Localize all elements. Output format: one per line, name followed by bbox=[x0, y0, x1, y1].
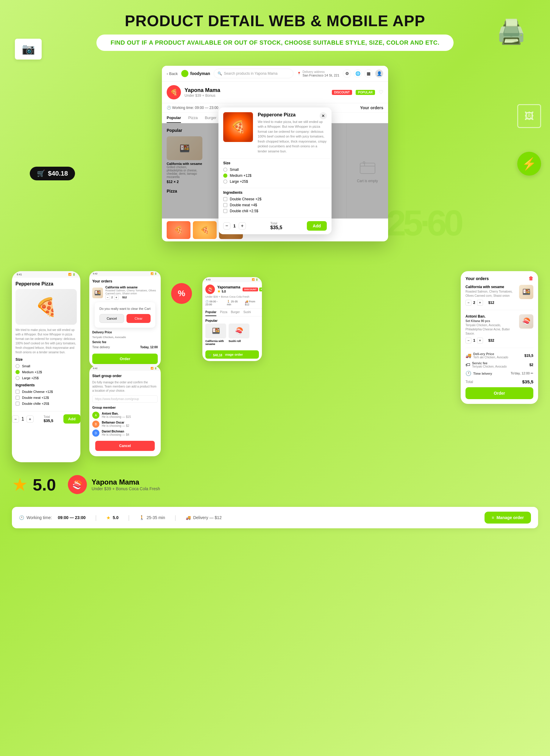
restaurant-card-logo: 🍣 bbox=[68, 475, 87, 494]
panel-qty-minus-1[interactable]: − bbox=[465, 300, 471, 306]
panel-qty-plus-1[interactable]: + bbox=[477, 300, 483, 306]
yapona-product-card-2[interactable]: 🍣 Sushi roll bbox=[229, 324, 249, 346]
phone-qty-minus[interactable]: − bbox=[12, 416, 19, 423]
yapona-cart-badge[interactable]: 🛒 $40,18 bbox=[205, 352, 225, 358]
phone-add-btn[interactable]: Add bbox=[63, 414, 80, 424]
delivery-icon: 🚚 bbox=[465, 353, 471, 358]
printer-icon: 🖨️ bbox=[496, 18, 526, 46]
yapona-product-card[interactable]: 🍱 California with sesame bbox=[205, 324, 226, 346]
phone-size-small[interactable]: Small bbox=[15, 364, 77, 368]
total-label: Total bbox=[465, 380, 473, 384]
phone-qty-plus[interactable]: + bbox=[26, 416, 34, 423]
tab-burger[interactable]: Burger bbox=[205, 113, 216, 123]
size-large[interactable]: Large +25$ bbox=[223, 179, 327, 184]
ingredient-double-meat[interactable]: Double meat +4$ bbox=[223, 203, 327, 207]
globe-icon[interactable]: 🌐 bbox=[354, 69, 362, 78]
working-time-info: 🕐 Working time: 09:00 — 23:00 bbox=[19, 515, 86, 520]
phone-size-large[interactable]: Large +25$ bbox=[15, 376, 77, 380]
panel-item-desc-1: Roasted Salmon, Cherry Tomatoes, Olives … bbox=[465, 290, 516, 298]
size-medium[interactable]: Medium +12$ bbox=[223, 174, 327, 178]
restaurant-logo: 🍕 bbox=[167, 85, 181, 99]
phone-size-medium[interactable]: Medium +12$ bbox=[15, 370, 77, 374]
panel-item-california: California with sesame Roasted Salmon, C… bbox=[465, 285, 533, 310]
delivery-price-label: Delivery Price bbox=[92, 331, 112, 334]
heart-icon[interactable]: ♡ bbox=[379, 89, 383, 96]
confirm-clear-button[interactable]: Clear bbox=[126, 314, 151, 323]
web-app-mockup: ‹ Back foodyman 🔍 Search products in Yap… bbox=[162, 66, 388, 241]
panel-item-img-2: 🍣 bbox=[519, 314, 533, 329]
group-member-1: A Antoni Ban. He is choosing — $15 bbox=[92, 412, 158, 419]
phone-total-amount: $35,5 bbox=[44, 418, 54, 423]
mobile-order-button[interactable]: Order bbox=[92, 354, 158, 364]
group-cancel-button[interactable]: Cancel bbox=[95, 441, 155, 451]
order-qty-minus[interactable]: − bbox=[105, 295, 110, 300]
orders-title: Your orders bbox=[92, 279, 158, 283]
cancel-clear-button[interactable]: Cancel bbox=[99, 314, 124, 323]
phone-ingredient-cheese[interactable]: Double Cheese +12$ bbox=[15, 390, 77, 394]
camera-icon: 📷 bbox=[15, 39, 42, 60]
bottom-info-bar: 🕐 Working time: 09:00 — 23:00 | ★ 5.0 | … bbox=[12, 507, 538, 528]
rating-section: ★ 5.0 bbox=[12, 474, 56, 495]
group-url-input[interactable]: https://www.foodyman.com/group bbox=[92, 395, 158, 403]
search-bar[interactable]: 🔍 Search products in Yapona Mama bbox=[214, 69, 293, 78]
phone-ingredient-chili[interactable]: Double chille +25$ bbox=[15, 402, 77, 406]
mobile-orders-phone: 9:42 📶 🔋 Your orders 🍱 California with s… bbox=[89, 271, 161, 367]
grid-icon[interactable]: ▦ bbox=[364, 69, 373, 78]
avatar[interactable]: 👤 bbox=[375, 69, 383, 78]
tab-pizza[interactable]: Pizza bbox=[188, 113, 198, 123]
yapona-phone: 9:43 📶 🔋 🍣 Yaponamama ★ 5.0 DISCOUNT POP… bbox=[202, 277, 262, 361]
restaurant-name: Yapona Mama bbox=[185, 87, 328, 93]
product-modal: 🍕 Pepperone Pizza We tried to make pizza… bbox=[218, 107, 332, 235]
modal-close-button[interactable]: ✕ bbox=[320, 112, 327, 119]
order-item-name: California with sesame bbox=[105, 286, 158, 289]
ingredient-double-cheese[interactable]: Double Cheese +2$ bbox=[223, 197, 327, 201]
panel-item-kitana: Antoni Ban. Set Kitana 90 pcs Teriyaki C… bbox=[465, 314, 533, 348]
order-qty-plus[interactable]: + bbox=[114, 295, 119, 300]
qty-minus-button[interactable]: − bbox=[223, 222, 230, 229]
page-title: PRODUCT DETAIL WEB & MOBILE APP bbox=[6, 12, 544, 30]
group-order-title: Start group order bbox=[92, 374, 158, 378]
panel-sub-item-desc: Teriyaki Chicken, Avocado, Philadelphia … bbox=[465, 323, 516, 336]
qty-plus-button[interactable]: + bbox=[239, 222, 246, 229]
phone-footer: − 1 + Total $35,5 Add bbox=[12, 411, 80, 427]
manage-order-bottom-btn[interactable]: ≡ Manage order bbox=[485, 512, 531, 524]
settings-icon[interactable]: ⚙ bbox=[343, 69, 351, 78]
mobile-section: 9:41 📶 🔋 Pepperone Pizza 🍕 We tried to m… bbox=[0, 271, 550, 462]
size-small[interactable]: Small bbox=[223, 168, 327, 172]
yapona-tab-burger[interactable]: Burger bbox=[231, 309, 240, 316]
group-order-desc: Do fully manage the order and confirm th… bbox=[92, 380, 158, 393]
service-fee-icon: 🏷 bbox=[465, 362, 470, 368]
page-header: PRODUCT DETAIL WEB & MOBILE APP FIND OUT… bbox=[0, 0, 550, 57]
phone-product-desc: We tried to make pizza, but we still end… bbox=[15, 328, 77, 354]
nav-bar: ‹ Back foodyman 🔍 Search products in Yap… bbox=[162, 66, 388, 82]
panel-order-button[interactable]: Order bbox=[465, 387, 533, 399]
yapona-tab-sushi[interactable]: Sushi bbox=[243, 309, 251, 316]
yapona-tab-pizza[interactable]: Pizza bbox=[220, 309, 227, 316]
total-amount: $35,5 bbox=[522, 379, 533, 384]
modal-footer: − 1 + Total $35,5 Add bbox=[218, 217, 332, 234]
restaurant-sub: Under $39 + Bonus bbox=[185, 93, 328, 98]
panel-total-row: Total $35,5 bbox=[465, 379, 533, 384]
back-button[interactable]: ‹ Back bbox=[167, 71, 178, 76]
phone-ingredients-title: Ingredients bbox=[15, 383, 77, 387]
panel-qty-minus-2[interactable]: − bbox=[465, 338, 471, 343]
total-label: Total bbox=[270, 221, 282, 225]
panel-qty-plus-2[interactable]: + bbox=[477, 338, 483, 343]
time-delivery-value[interactable]: To'day, 12:00 ✏ bbox=[511, 371, 533, 375]
service-fee-label: Servic fee bbox=[92, 340, 106, 344]
group-member-2: B Bellaman Oscar He is choosing — $2 bbox=[92, 421, 158, 428]
panel-sub-item-name: Set Kitana 90 pcs bbox=[465, 319, 516, 323]
group-order-phone: 9:42 📶 🔋 Start group order Do fully mana… bbox=[89, 366, 161, 456]
size-label: Size bbox=[223, 161, 327, 165]
trash-icon[interactable]: 🗑 bbox=[529, 276, 533, 281]
phone-size-title: Size bbox=[15, 357, 77, 362]
phone-ingredient-meat[interactable]: Double meat +12$ bbox=[15, 396, 77, 400]
tab-popular[interactable]: Popular bbox=[167, 113, 181, 123]
yapona-tab-popular[interactable]: Popular bbox=[205, 309, 216, 316]
panel-item-name-2: Antoni Ban. bbox=[465, 314, 516, 318]
add-to-cart-button[interactable]: Add bbox=[307, 221, 327, 231]
panel-price-1: $12 bbox=[488, 301, 494, 305]
ingredient-double-chili[interactable]: Double chili +2.5$ bbox=[223, 209, 327, 213]
bottom-section: ★ 5.0 🍣 Yapona Mama Under $39 + Bonus Co… bbox=[0, 474, 550, 507]
order-item-california: 🍱 California with sesame Roasted Salmon,… bbox=[92, 286, 158, 300]
